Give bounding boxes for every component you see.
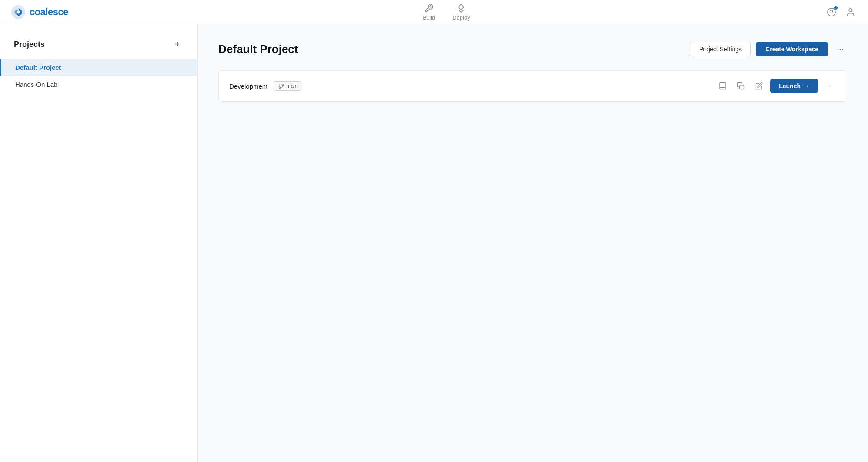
workspace-left: Development main [229, 81, 302, 91]
svg-point-13 [827, 86, 828, 86]
svg-point-10 [282, 84, 284, 85]
svg-point-7 [840, 49, 841, 50]
svg-point-15 [831, 86, 832, 86]
sidebar-item-hands-on-lab-label: Hands-On Lab [15, 81, 58, 88]
help-button[interactable] [825, 5, 838, 19]
sidebar: Projects + Default Project Hands-On Lab [0, 24, 198, 462]
sidebar-item-default-project-label: Default Project [15, 64, 61, 71]
svg-point-1 [17, 10, 20, 13]
project-actions: Project Settings Create Workspace [690, 42, 847, 56]
more-dots-icon [836, 45, 844, 53]
branch-icon [278, 83, 284, 89]
workspace-name: Development [229, 82, 267, 90]
edit-icon [755, 82, 763, 90]
user-button[interactable] [844, 5, 858, 19]
svg-point-14 [829, 86, 830, 86]
svg-point-3 [828, 8, 835, 16]
svg-point-6 [838, 49, 838, 50]
sidebar-item-hands-on-lab[interactable]: Hands-On Lab [0, 76, 197, 93]
main-content: Default Project Project Settings Create … [198, 24, 868, 462]
svg-point-5 [849, 8, 852, 11]
help-badge [834, 6, 838, 10]
user-icon [846, 7, 855, 17]
create-workspace-button[interactable]: Create Workspace [756, 42, 828, 56]
nav-deploy[interactable]: Deploy [452, 3, 470, 21]
logo-text: coalesce [30, 7, 68, 18]
add-project-button[interactable]: + [171, 38, 183, 50]
svg-rect-12 [740, 85, 744, 89]
workspace-card: Development main [218, 70, 847, 102]
workspace-more-dots-icon [825, 82, 833, 90]
workspace-docs-button[interactable] [716, 79, 729, 93]
project-header: Default Project Project Settings Create … [218, 42, 847, 56]
workspace-more-button[interactable] [822, 79, 836, 93]
logo[interactable]: coalesce [10, 4, 68, 20]
deploy-icon [456, 3, 466, 13]
deploy-label: Deploy [452, 14, 470, 21]
coalesce-logo-icon [10, 4, 26, 20]
nav-build[interactable]: Build [422, 3, 435, 21]
build-icon [424, 3, 434, 13]
top-nav: coalesce Build Deploy [0, 0, 868, 24]
branch-badge: main [274, 81, 302, 91]
workspace-launch-button[interactable]: Launch → [770, 79, 818, 93]
copy-icon [737, 82, 745, 90]
workspace-copy-button[interactable] [734, 79, 748, 93]
sidebar-item-default-project[interactable]: Default Project [0, 59, 197, 76]
book-icon [719, 82, 726, 90]
build-label: Build [422, 14, 435, 21]
nav-right [825, 5, 858, 19]
nav-center: Build Deploy [422, 3, 470, 21]
launch-label: Launch [779, 82, 801, 89]
svg-point-11 [279, 87, 281, 88]
sidebar-header: Projects + [0, 38, 197, 59]
svg-point-8 [842, 49, 843, 50]
launch-arrow: → [803, 82, 809, 89]
workspace-right: Launch → [716, 79, 836, 93]
sidebar-title: Projects [14, 40, 45, 49]
app-body: Projects + Default Project Hands-On Lab … [0, 24, 868, 462]
project-title: Default Project [218, 43, 298, 56]
workspace-edit-button[interactable] [752, 79, 766, 93]
project-more-button[interactable] [833, 42, 847, 56]
project-settings-button[interactable]: Project Settings [690, 42, 751, 56]
branch-label: main [286, 83, 297, 89]
svg-marker-2 [459, 4, 464, 10]
